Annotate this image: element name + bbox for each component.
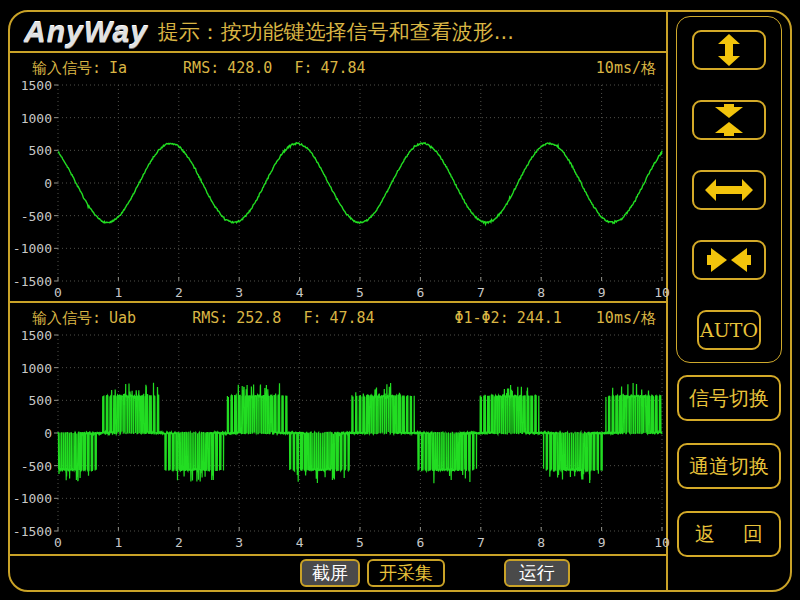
horizontal-expand-button[interactable] <box>692 170 766 210</box>
rms-value: 252.8 <box>236 309 281 327</box>
back-button-label-right: 回 <box>743 521 763 548</box>
x-axis-tick-label: 8 <box>526 285 556 300</box>
vertical-expand-button[interactable] <box>692 30 766 70</box>
x-axis-tick-label: 6 <box>405 535 435 550</box>
x-axis-tick-label: 0 <box>43 535 73 550</box>
waveform-panel-uab: 输入信号: Uab RMS: 252.8 F: 47.84 Φ1-Φ2: 244… <box>10 303 666 556</box>
freq-value: 47.84 <box>320 59 365 77</box>
x-axis-tick-label: 2 <box>164 285 194 300</box>
freq-value: 47.84 <box>329 309 374 327</box>
horizontal-compress-button[interactable] <box>692 240 766 280</box>
y-axis-tick-label: 1000 <box>10 361 52 376</box>
freq-label: F: <box>294 59 312 77</box>
y-axis-tick-label: 0 <box>10 176 52 191</box>
x-axis-tick-label: 9 <box>587 285 617 300</box>
bottom-bar: 截屏 开采集 运行 <box>10 556 666 590</box>
sidebar: AUTO 信号切换 通道切换 返 回 <box>668 12 790 590</box>
x-axis-tick-label: 10 <box>647 285 677 300</box>
vertical-compress-button[interactable] <box>692 100 766 140</box>
x-axis-tick-label: 1 <box>103 535 133 550</box>
screenshot-button[interactable]: 截屏 <box>300 559 360 587</box>
signal-label: 输入信号: <box>32 59 101 78</box>
y-axis-tick-label: 500 <box>10 143 52 158</box>
rms-label: RMS: <box>183 59 219 77</box>
y-axis-tick-label: -1000 <box>10 491 52 506</box>
x-axis-tick-label: 6 <box>405 285 435 300</box>
timebase-label: 10ms/格 <box>596 59 656 78</box>
vertical-expand-icon <box>705 34 753 66</box>
freq-label: F: <box>303 309 321 327</box>
rms-value: 428.0 <box>227 59 272 77</box>
x-axis-tick-label: 5 <box>345 535 375 550</box>
horizontal-expand-icon <box>705 174 753 206</box>
signal-name: Ia <box>109 59 127 77</box>
x-axis-tick-label: 1 <box>103 285 133 300</box>
x-axis-tick-label: 8 <box>526 535 556 550</box>
x-axis-tick-label: 7 <box>466 535 496 550</box>
back-button[interactable]: 返 回 <box>677 511 781 557</box>
plot-ia: 150010005000-500-1000-1500012345678910 <box>58 85 662 281</box>
y-axis-tick-label: 500 <box>10 393 52 408</box>
y-axis-tick-label: 1500 <box>10 328 52 343</box>
main-area: AnyWay 提示：按功能键选择信号和查看波形... 输入信号: Ia RMS:… <box>10 12 668 590</box>
signal-name: Uab <box>109 309 136 327</box>
panel-ia-header: 输入信号: Ia RMS: 428.0 F: 47.84 10ms/格 <box>10 53 666 83</box>
y-axis-tick-label: -1000 <box>10 241 52 256</box>
y-axis-tick-label: -500 <box>10 209 52 224</box>
run-button[interactable]: 运行 <box>504 559 570 587</box>
x-axis-tick-label: 3 <box>224 285 254 300</box>
plot-uab: 150010005000-500-1000-1500012345678910 <box>58 335 662 531</box>
x-axis-tick-label: 10 <box>647 535 677 550</box>
y-axis-tick-label: 1500 <box>10 78 52 93</box>
waveform-uab-svg <box>58 335 662 531</box>
channel-switch-button[interactable]: 通道切换 <box>677 443 781 489</box>
x-axis-tick-label: 5 <box>345 285 375 300</box>
phase-diff-label: Φ1-Φ2: <box>455 309 509 327</box>
x-axis-tick-label: 9 <box>587 535 617 550</box>
zoom-button-group: AUTO <box>676 16 782 363</box>
x-axis-tick-label: 4 <box>285 535 315 550</box>
signal-switch-button[interactable]: 信号切换 <box>677 375 781 421</box>
phase-diff-value: 244.1 <box>517 309 562 327</box>
panel-uab-header: 输入信号: Uab RMS: 252.8 F: 47.84 Φ1-Φ2: 244… <box>10 303 666 333</box>
y-axis-tick-label: 0 <box>10 426 52 441</box>
anyway-logo: AnyWay <box>24 15 148 49</box>
x-axis-tick-label: 3 <box>224 535 254 550</box>
timebase-label: 10ms/格 <box>596 309 656 328</box>
rms-label: RMS: <box>192 309 228 327</box>
x-axis-tick-label: 4 <box>285 285 315 300</box>
waveform-panel-ia: 输入信号: Ia RMS: 428.0 F: 47.84 10ms/格 1500… <box>10 53 666 303</box>
horizontal-compress-icon <box>705 244 753 276</box>
waveform-ia-svg <box>58 85 662 281</box>
y-axis-tick-label: -500 <box>10 459 52 474</box>
y-axis-tick-label: 1000 <box>10 111 52 126</box>
back-button-label-left: 返 <box>695 521 715 548</box>
x-axis-tick-label: 7 <box>466 285 496 300</box>
app-header: AnyWay 提示：按功能键选择信号和查看波形... <box>10 12 666 53</box>
x-axis-tick-label: 0 <box>43 285 73 300</box>
vertical-compress-icon <box>705 104 753 136</box>
x-axis-tick-label: 2 <box>164 535 194 550</box>
device-frame: AnyWay 提示：按功能键选择信号和查看波形... 输入信号: Ia RMS:… <box>8 10 792 592</box>
auto-button[interactable]: AUTO <box>697 310 761 350</box>
start-acquisition-button[interactable]: 开采集 <box>367 559 445 587</box>
header-hint-text: 提示：按功能键选择信号和查看波形... <box>158 18 514 46</box>
signal-label: 输入信号: <box>32 309 101 328</box>
